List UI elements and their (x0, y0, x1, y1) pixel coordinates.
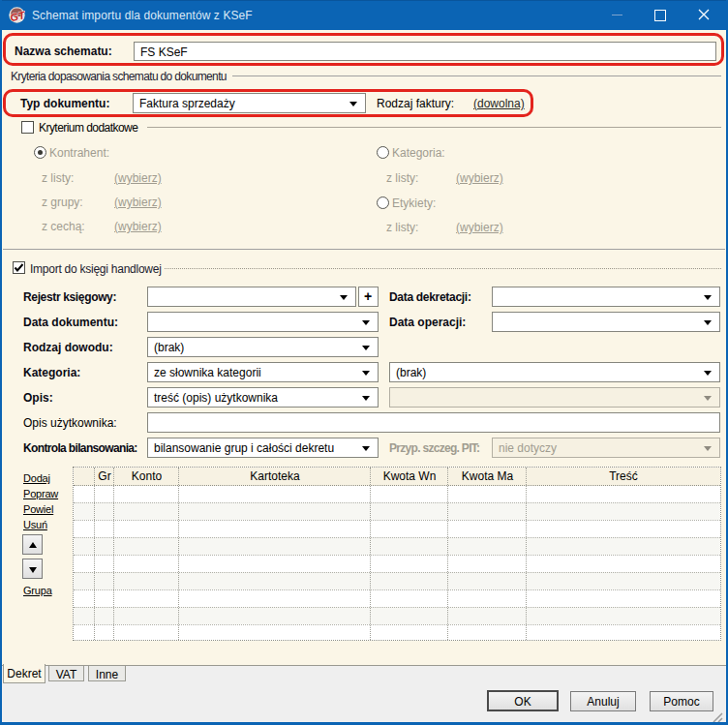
svg-text:GT: GT (9, 9, 25, 23)
